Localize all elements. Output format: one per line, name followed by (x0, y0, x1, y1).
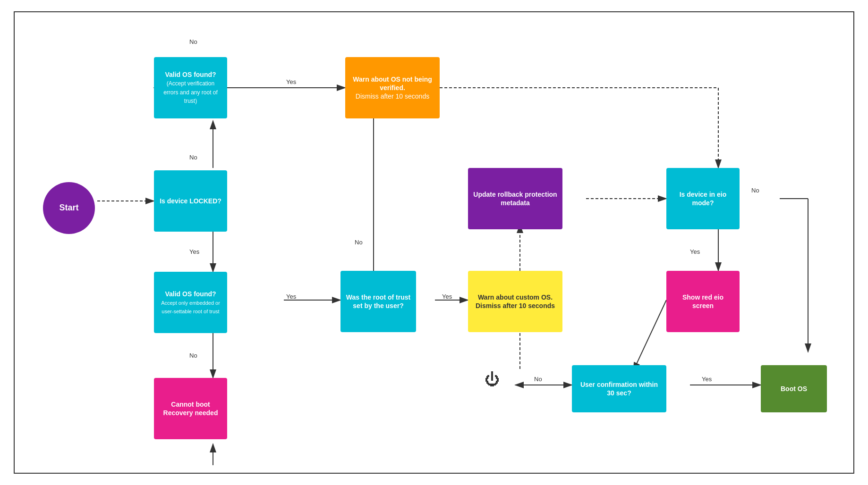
warn-os-node: Warn about OS not being verified.Dismiss… (345, 57, 440, 118)
user-confirm-node: User confirmation within 30 sec? (572, 365, 666, 412)
root-of-trust-node: Was the root of trust set by the user? (340, 271, 416, 332)
diagram-container: Start Is device LOCKED? Valid OS found?(… (14, 11, 854, 474)
label-no-confirm: No (534, 376, 542, 383)
label-no-locked: No (189, 154, 197, 161)
label-no-unlocked-top: No (189, 38, 197, 45)
device-locked-node: Is device LOCKED? (154, 170, 227, 232)
label-yes-valid-locked: Yes (286, 293, 296, 300)
label-yes-root: Yes (442, 293, 452, 300)
warn-custom-node: Warn about custom OS.Dismiss after 10 se… (468, 271, 562, 332)
rollback-node: Update rollback protection metadata (468, 168, 562, 229)
label-no-eio: No (751, 187, 759, 194)
eio-mode-node: Is device in eio mode? (666, 168, 740, 229)
label-yes-unlocked: Yes (286, 78, 296, 85)
valid-os-locked-node: Valid OS found?Accept only embedded or u… (154, 272, 227, 333)
svg-line-16 (633, 300, 666, 371)
valid-os-unlocked-node: Valid OS found?(Accept verification erro… (154, 57, 227, 118)
label-yes-confirm: Yes (702, 376, 712, 383)
power-icon: ⏻ (485, 371, 500, 388)
label-yes-eio: Yes (690, 248, 700, 255)
boot-os-node: Boot OS (761, 365, 827, 412)
label-yes-locked: Yes (189, 248, 199, 255)
label-no-root: No (355, 239, 363, 246)
start-node: Start (43, 182, 95, 234)
label-no-valid-locked: No (189, 352, 197, 359)
cannot-boot-node: Cannot bootRecovery needed (154, 378, 227, 439)
show-red-node: Show red eio screen (666, 271, 740, 332)
